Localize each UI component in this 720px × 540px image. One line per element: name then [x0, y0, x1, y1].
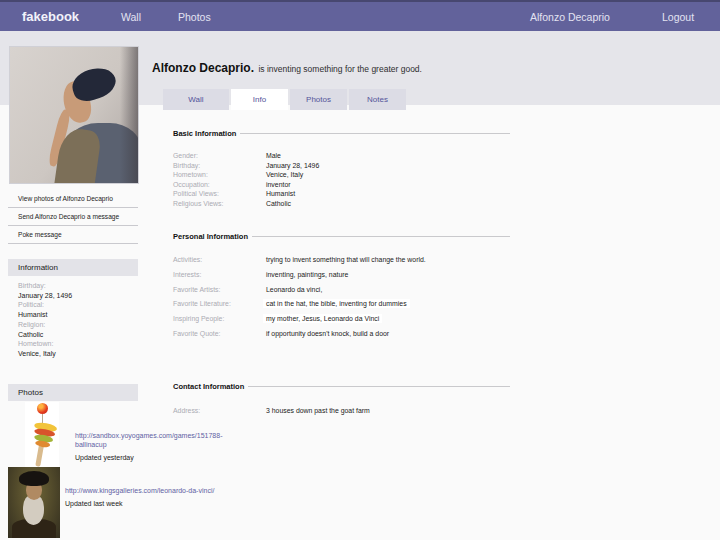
top-navbar: fakebook Wall Photos Alfonzo Decaprio Lo… [0, 0, 720, 31]
sidebar-information-fields: Birthday: January 28, 1496 Political: Hu… [18, 281, 138, 359]
info-value: inventing, paintings, nature [266, 271, 510, 286]
info-value: Leonardo da vinci, [266, 286, 510, 301]
info-value: Venice, Italy [266, 170, 510, 180]
sidebar-poke-link[interactable]: Poke message [8, 226, 138, 244]
nav-logout-link[interactable]: Logout [662, 11, 694, 23]
info-label: Gender: [173, 151, 266, 161]
profile-name: Alfonzo Decaprio. [152, 61, 254, 75]
sidebar-field-value: Catholic [18, 330, 138, 340]
info-row: Inspiring People:my mother, Jesus, Leona… [173, 315, 510, 330]
info-label: Political Views: [173, 189, 266, 199]
contact-information-section: Contact Information Address:3 houses dow… [173, 382, 510, 414]
info-label: Address: [173, 407, 266, 414]
info-value: 3 houses down past the goat farm [266, 407, 510, 414]
info-label: Activities: [173, 256, 266, 271]
toy-cup-group [27, 421, 58, 468]
nav-wall-link[interactable]: Wall [121, 11, 141, 23]
ballinacup-photo[interactable] [25, 402, 59, 468]
info-label: Interests: [173, 271, 266, 286]
sidebar-field-label: Religion: [18, 320, 138, 330]
toy-stick-shape [35, 444, 44, 467]
feed-updated-text: Updated yesterday [75, 454, 235, 461]
info-label: Favorite Artists: [173, 286, 266, 301]
info-row: Favorite Quote:if opportunity doesn't kn… [173, 330, 510, 345]
sidebar-field-value: Venice, Italy [18, 349, 138, 359]
info-value: Male [266, 151, 510, 161]
tab-notes[interactable]: Notes [349, 89, 406, 110]
photo-feed-entry: http://sandbox.yoyogames.com/games/15178… [75, 432, 235, 461]
leonardo-link[interactable]: http://www.kingsgalleries.com/leonardo-d… [65, 487, 305, 496]
info-row: Political Views:Humanist [173, 189, 510, 199]
leonardo-portrait-photo[interactable] [8, 467, 60, 538]
info-label: Religious Views: [173, 199, 266, 209]
section-divider [248, 386, 510, 387]
profile-status: is inventing something for the greater g… [258, 64, 422, 74]
info-value: trying to invent something that will cha… [266, 256, 510, 271]
info-value: cat in the hat, the bible, inventing for… [263, 299, 410, 308]
info-row: Hometown:Venice, Italy [173, 170, 510, 180]
sidebar-photos-header: Photos [8, 384, 138, 401]
info-row: Religious Views:Catholic [173, 199, 510, 209]
info-label: Favorite Literature: [173, 300, 266, 315]
toy-ball-shape [37, 403, 48, 414]
sidebar-field-label: Birthday: [18, 281, 138, 291]
section-title: Contact Information [173, 382, 244, 391]
feed-updated-text: Updated last week [65, 500, 305, 507]
sidebar-send-message-link[interactable]: Send Alfonzo Decaprio a message [8, 208, 138, 226]
section-divider [252, 236, 510, 237]
ballinacup-link[interactable]: http://sandbox.yoyogames.com/games/15178… [75, 432, 235, 450]
section-title: Basic Information [173, 129, 236, 138]
sidebar-view-photos-link[interactable]: View photos of Alfonzo Decaprio [8, 190, 138, 208]
tab-wall[interactable]: Wall [163, 89, 229, 110]
basic-information-section: Basic Information Gender:Male Birthday:J… [173, 129, 510, 209]
page-title: Alfonzo Decaprio. is inventing something… [152, 58, 672, 76]
info-row: Occupation:inventor [173, 180, 510, 190]
sidebar-field-value: January 28, 1496 [18, 291, 138, 301]
tab-info[interactable]: Info [231, 89, 288, 110]
info-value: Humanist [266, 189, 510, 199]
info-row: Favorite Artists:Leonardo da vinci, [173, 286, 510, 301]
info-row: Birthday:January 28, 1496 [173, 161, 510, 171]
section-title: Personal Information [173, 232, 248, 241]
brand-logo[interactable]: fakebook [22, 9, 79, 24]
info-value: my mother, Jesus, Leonardo da Vinci [263, 314, 382, 323]
info-value: if opportunity doesn't knock, build a do… [266, 330, 510, 345]
info-label: Occupation: [173, 180, 266, 190]
sidebar-field-label: Political: [18, 300, 138, 310]
info-label: Birthday: [173, 161, 266, 171]
sidebar-field-value: Humanist [18, 310, 138, 320]
info-row: Favorite Literature:cat in the hat, the … [173, 300, 510, 315]
profile-photo-shadow [120, 47, 138, 183]
sidebar-actions: View photos of Alfonzo Decaprio Send Alf… [8, 190, 138, 244]
info-label: Favorite Quote: [173, 330, 266, 345]
section-divider [240, 133, 510, 134]
info-value: January 28, 1496 [266, 161, 510, 171]
sidebar-information-header: Information [8, 259, 138, 276]
info-row: Gender:Male [173, 151, 510, 161]
nav-photos-link[interactable]: Photos [178, 11, 211, 23]
portrait-cap-shape [19, 471, 49, 486]
profile-tabs: Wall Info Photos Notes [163, 89, 406, 110]
nav-profile-name-link[interactable]: Alfonzo Decaprio [530, 11, 610, 23]
info-row: Activities:trying to invent something th… [173, 256, 510, 271]
personal-information-section: Personal Information Activities:trying t… [173, 232, 510, 345]
photo-feed-entry: http://www.kingsgalleries.com/leonardo-d… [65, 487, 305, 507]
info-row: Address:3 houses down past the goat farm [173, 407, 510, 414]
info-value: Catholic [266, 199, 510, 209]
tab-photos[interactable]: Photos [290, 89, 347, 110]
profile-photo[interactable] [10, 47, 138, 183]
info-label: Hometown: [173, 170, 266, 180]
info-label: Inspiring People: [173, 315, 266, 330]
sidebar-field-label: Hometown: [18, 339, 138, 349]
info-value: inventor [266, 180, 510, 190]
info-row: Interests:inventing, paintings, nature [173, 271, 510, 286]
fakebook-profile-page: fakebook Wall Photos Alfonzo Decaprio Lo… [0, 0, 720, 540]
